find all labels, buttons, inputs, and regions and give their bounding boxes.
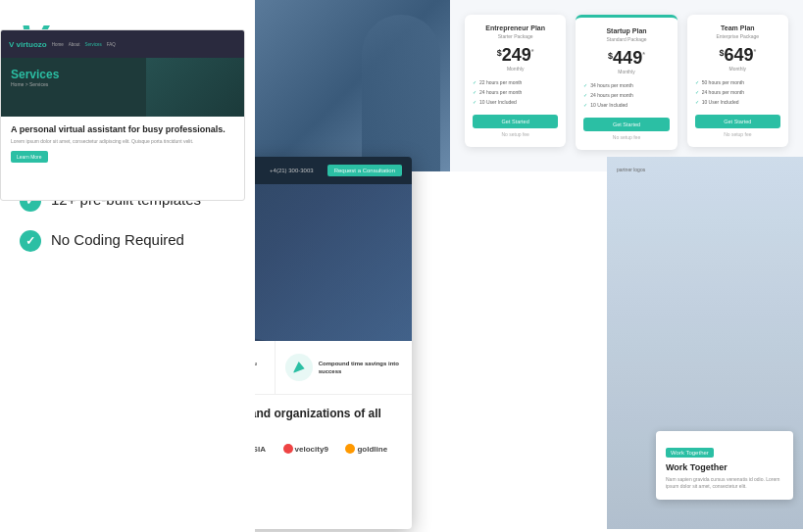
plan-amount-startup: 449 [613,48,642,69]
plan-name-team: Team Plan [695,24,780,31]
left-panel: V virtuozo 100% Responsive Design and Mo… [0,0,255,532]
services-body: A personal virtual assistant for busy pr… [1,117,244,170]
check-icon-nocoding [20,230,41,252]
pricing-card-entrepreneur: Entrepreneur Plan Starter Package $ 249 … [465,15,566,147]
plan-note-team: No setup fee [695,131,780,137]
plan-price-entrepreneur: $ 249 * [473,45,558,66]
right-card-title: Work Together [666,462,783,472]
plan-period-entrepreneur: Monthly [473,66,558,72]
plan-features-startup: 34 hours per month 24 hours per month 10… [583,80,669,110]
pricing-bg-person [362,15,440,171]
goldline-text: goldline [357,445,387,454]
plan-amount-entrepreneur: 249 [502,45,531,66]
work-together-badge: Work Together [666,448,714,458]
plan-name-startup: Startup Plan [583,27,669,34]
services-mini-card: V virtuozo Home About Services FAQ Servi… [0,29,245,201]
plan-type-entrepreneur: Starter Package [473,33,558,39]
plan-name-entrepreneur: Entrepreneur Plan [473,24,558,31]
plan-note-startup: No setup fee [583,134,669,140]
plan-type-startup: Standard Package [583,36,669,42]
services-body-text: Lorem ipsum dolor sit amet, consectetur … [11,138,234,145]
feature-icon-compound [285,354,313,381]
plan-period-startup: Monthly [583,69,669,74]
plan-features-entrepreneur: 22 hours per month 24 hours per month 10… [473,77,558,107]
plan-price-team: $ 649 * [695,45,780,66]
right-partner-logos: partner logos [617,167,645,172]
feature-text-nocoding: No Coding Required [51,229,184,250]
plan-type-team: Enterprise Package [695,33,780,39]
pricing-card-startup: Startup Plan Standard Package $ 449 * Mo… [576,15,677,150]
feature-item-nocoding: No Coding Required [20,229,235,252]
plan-btn-team[interactable]: Get Started [695,115,780,128]
services-body-title: A personal virtual assistant for busy pr… [11,124,234,134]
plan-btn-entrepreneur[interactable]: Get Started [473,115,558,128]
services-mini-nav: V virtuozo Home About Services FAQ [1,30,244,58]
plan-features-team: 50 hours per month 24 hours per month 10… [695,77,780,107]
services-logo: V virtuozo [9,40,47,49]
pricing-bg-image [254,0,450,171]
plan-amount-team: 649 [724,45,753,66]
mockup-cta-button[interactable]: Request a Consultation [327,165,402,176]
pricing-section: Entrepreneur Plan Starter Package $ 249 … [450,0,803,171]
right-card-text: Nam sapien gravida cursus venenatis id o… [666,476,783,490]
feature-compound: Compound time savings into success [276,341,412,394]
mockup-phone-number: +4(21) 300-3003 [270,168,314,173]
velocity-text: velocity9 [295,445,328,454]
plan-note-entrepreneur: No setup fee [473,131,558,137]
goldline-mark [345,444,355,454]
feature-text-compound: Compound time savings into success [319,360,402,376]
pricing-card-team: Team Plan Enterprise Package $ 649 * Mon… [687,15,788,147]
brand-goldline: goldline [345,444,387,454]
services-nav-links: Home About Services FAQ [52,42,116,47]
plan-period-team: Monthly [695,66,780,72]
right-mockup: partner logos Work Together Work Togethe… [607,157,803,529]
services-bg-image [146,58,244,117]
main-container: V virtuozo 100% Responsive Design and Mo… [0,0,803,532]
brand-velocity: velocity9 [283,444,328,454]
velocity-mark [283,444,293,454]
chart-icon [293,362,305,373]
plan-btn-startup[interactable]: Get Started [583,118,669,131]
services-learn-more-button[interactable]: Learn More [11,151,48,163]
services-hero: Services Home > Services [1,58,244,117]
work-together-card: Work Together Work Together Nam sapien g… [656,431,793,500]
plan-price-startup: $ 449 * [583,48,669,69]
